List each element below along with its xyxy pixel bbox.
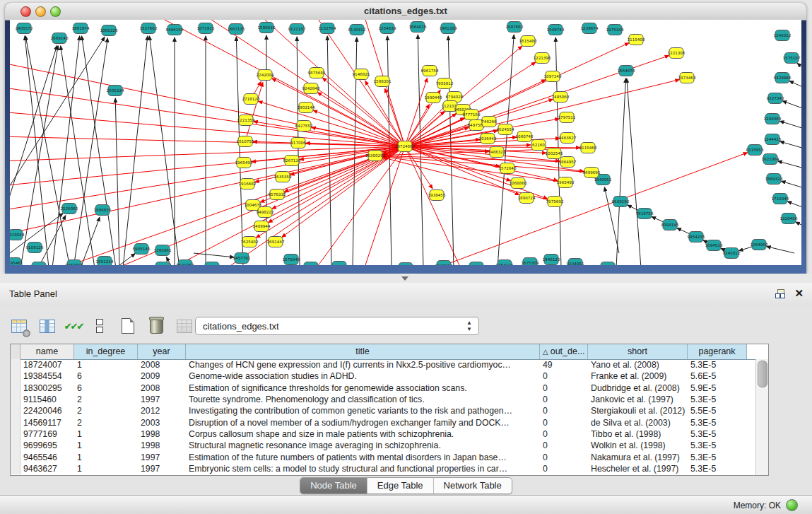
graph-node[interactable]: 8267130: [283, 156, 301, 166]
table-selector-combobox[interactable]: citations_edges.txt ▲▼: [195, 317, 479, 335]
graph-node[interactable]: 2036443: [479, 134, 497, 144]
graph-node[interactable]: 1409944: [253, 221, 271, 232]
graph-node[interactable]: 9498222: [257, 207, 274, 218]
graph-node[interactable]: 8466160: [166, 25, 184, 35]
graph-node[interactable]: 1571648: [283, 255, 300, 265]
graph-node[interactable]: 9242848: [302, 83, 320, 94]
graph-node[interactable]: 1264130: [599, 262, 617, 266]
graph-node[interactable]: 1097349: [544, 71, 562, 82]
vertical-scrollbar[interactable]: [755, 359, 768, 475]
graph-node[interactable]: 1664878: [618, 66, 635, 76]
select-columns-button[interactable]: [38, 317, 57, 335]
graph-node[interactable]: 8130412: [348, 25, 366, 35]
tab-network-table[interactable]: Network Table: [434, 478, 512, 493]
graph-node[interactable]: 1094533: [705, 240, 723, 251]
float-panel-icon[interactable]: [775, 289, 785, 298]
graph-node[interactable]: 8347210: [30, 262, 48, 266]
graph-node[interactable]: 1930214: [435, 261, 453, 266]
graph-node[interactable]: 9245012: [723, 248, 741, 259]
graph-node[interactable]: 1990448: [425, 93, 442, 103]
graph-node[interactable]: 8639192: [612, 197, 630, 207]
graph-node[interactable]: 7625402: [241, 237, 259, 247]
graph-node[interactable]: 1240312: [774, 30, 792, 41]
column-header-in-degree[interactable]: in_degree: [74, 344, 138, 359]
tab-node-table[interactable]: Node Table: [300, 478, 367, 493]
network-canvas[interactable]: 2405572206914018819741065328152760284661…: [10, 20, 801, 265]
column-header-year[interactable]: year: [138, 344, 186, 359]
graph-node[interactable]: 1664016: [409, 22, 427, 33]
graph-node[interactable]: 1691447: [267, 237, 285, 247]
memory-status-indicator[interactable]: [786, 499, 798, 511]
citation-network-graph[interactable]: 2405572206914018819741065328152760284661…: [10, 20, 801, 265]
graph-node[interactable]: 1881974: [72, 23, 90, 34]
graph-node[interactable]: 9777169: [463, 110, 481, 120]
graph-node[interactable]: 9121107: [288, 24, 306, 35]
graph-node[interactable]: 917006: [290, 138, 306, 148]
graph-node[interactable]: 2005334: [107, 86, 124, 96]
graph-node[interactable]: 2803144: [298, 103, 315, 113]
graph-node[interactable]: 7485063: [552, 92, 570, 103]
graph-node[interactable]: 7975692: [546, 197, 564, 207]
delete-table-button-disabled[interactable]: [175, 317, 194, 335]
graph-node[interactable]: 1068860: [510, 178, 527, 189]
graph-node[interactable]: 62160: [531, 140, 546, 151]
column-header-out-degree[interactable]: △out_de...: [540, 344, 588, 359]
graph-node[interactable]: 1938455: [428, 190, 446, 201]
graph-node[interactable]: 1071915: [197, 23, 215, 34]
table-row[interactable]: 946554611997Estimation of the future num…: [11, 451, 756, 462]
graph-node[interactable]: 9954205: [688, 232, 705, 243]
graph-node[interactable]: 7919758: [636, 209, 654, 219]
graph-node[interactable]: 9329966: [774, 73, 792, 83]
table-row[interactable]: 911546021997Tourette syndrome. Phenomeno…: [11, 394, 756, 405]
graph-node[interactable]: 9174205: [331, 262, 348, 266]
graph-node[interactable]: 1975349: [606, 25, 624, 35]
graph-node[interactable]: 2718120: [242, 94, 260, 105]
graph-node[interactable]: 1221359: [237, 115, 255, 126]
graph-node[interactable]: 1569323: [765, 174, 783, 185]
table-row[interactable]: 1830029562008Estimation of significance …: [11, 382, 756, 394]
graph-node[interactable]: 2087682: [506, 22, 524, 33]
column-header-short[interactable]: short: [588, 344, 688, 359]
graph-node[interactable]: 1115408: [628, 35, 645, 45]
graph-node[interactable]: 9754126: [496, 260, 514, 266]
graph-node[interactable]: 1916682: [239, 179, 257, 189]
delete-column-button[interactable]: [147, 317, 165, 335]
graph-node[interactable]: 9463627: [559, 133, 577, 144]
graph-node[interactable]: 1221306: [668, 48, 686, 59]
graph-node[interactable]: 8427552: [295, 121, 313, 132]
graph-node[interactable]: 1239674: [581, 23, 599, 34]
graph-node[interactable]: 2405572: [16, 23, 33, 34]
column-header-name[interactable]: name: [20, 344, 74, 359]
table-row[interactable]: 1872400712008Changes of HCN gene express…: [11, 359, 756, 370]
graph-node[interactable]: 1919044: [10, 230, 25, 240]
graph-node[interactable]: 9227343: [767, 93, 784, 104]
graph-node[interactable]: 1320456: [780, 214, 798, 224]
table-row[interactable]: 969969511998Structural magnetic resonanc…: [11, 440, 756, 451]
graph-node[interactable]: 2242004: [257, 70, 274, 81]
graph-node[interactable]: 1264950: [751, 240, 768, 250]
table-settings-button[interactable]: [10, 317, 28, 335]
graph-node[interactable]: 1080748: [516, 132, 534, 142]
graph-node[interactable]: 1635359: [274, 172, 292, 182]
graph-node[interactable]: 1890724: [518, 193, 536, 204]
graph-node[interactable]: 8620143: [397, 263, 415, 266]
graph-node[interactable]: 1395061: [154, 245, 172, 256]
graph-node[interactable]: 9457791: [233, 253, 251, 264]
graph-node[interactable]: 1961309: [440, 23, 457, 34]
graph-node[interactable]: 1575107: [783, 53, 801, 64]
graph-node[interactable]: 1615480: [519, 36, 537, 47]
graph-node[interactable]: 1588301: [374, 76, 392, 87]
graph-node[interactable]: 1152764: [319, 23, 336, 34]
row-height-button[interactable]: [90, 317, 109, 335]
column-header-title[interactable]: title: [186, 344, 540, 359]
graph-node[interactable]: 9115460: [579, 143, 597, 153]
graph-node[interactable]: 7955812: [436, 78, 454, 89]
graph-node[interactable]: 746266: [481, 117, 497, 127]
graph-node[interactable]: 1065328: [100, 25, 118, 36]
graph-node[interactable]: 1051234: [96, 257, 114, 266]
graph-node[interactable]: 1986835: [94, 205, 112, 216]
graph-node[interactable]: 8578332: [269, 189, 286, 200]
graph-node[interactable]: 1965492: [235, 158, 253, 168]
graph-node[interactable]: 2069140: [51, 33, 69, 44]
graph-node[interactable]: 1254039: [379, 23, 396, 34]
